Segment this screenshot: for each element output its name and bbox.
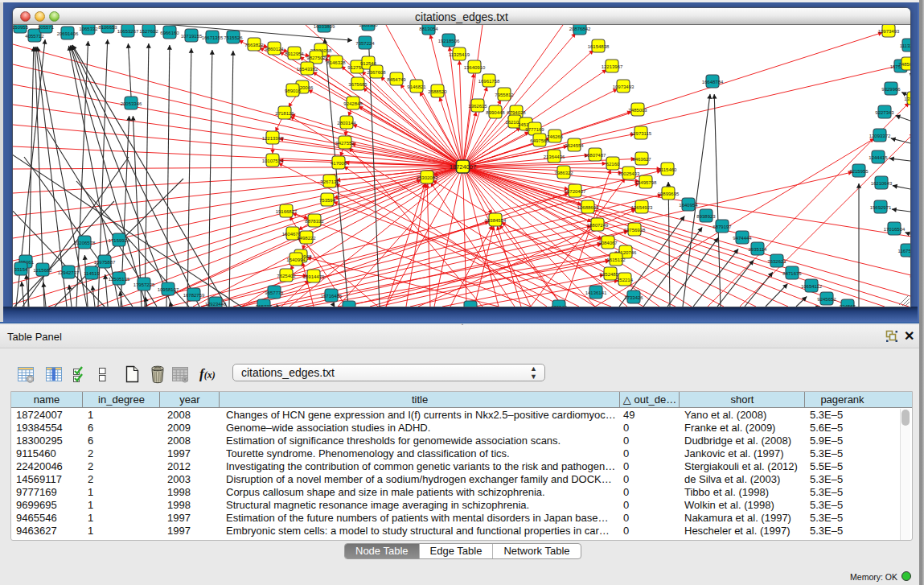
svg-text:14136141: 14136141 — [585, 290, 607, 295]
svg-text:1065332: 1065332 — [79, 27, 98, 31]
svg-text:150955: 150955 — [13, 25, 29, 30]
svg-text:2367608: 2367608 — [367, 70, 386, 75]
svg-text:15692971: 15692971 — [870, 205, 892, 210]
svg-text:8215955: 8215955 — [849, 169, 869, 174]
svg-text:10719155: 10719155 — [181, 34, 203, 39]
svg-text:7625402: 7625402 — [277, 274, 296, 278]
svg-text:7955812: 7955812 — [495, 93, 514, 97]
svg-text:1640954: 1640954 — [679, 203, 698, 208]
svg-text:10899695: 10899695 — [658, 192, 680, 196]
svg-text:7485003: 7485003 — [628, 108, 647, 113]
svg-text:4055712: 4055712 — [25, 34, 44, 39]
svg-text:19218506: 19218506 — [438, 39, 460, 43]
svg-text:7986322: 7986322 — [554, 171, 573, 175]
svg-text:9115460: 9115460 — [659, 167, 678, 172]
svg-text:9657771: 9657771 — [265, 290, 284, 295]
svg-text:16914479: 16914479 — [303, 274, 325, 279]
svg-text:9498222: 9498222 — [297, 236, 316, 241]
svg-text:2935114: 2935114 — [749, 247, 768, 252]
svg-text:1733426: 1733426 — [624, 295, 643, 300]
svg-text:746266: 746266 — [547, 134, 564, 139]
svg-text:753594: 753594 — [319, 198, 336, 203]
svg-text:2718126: 2718126 — [275, 111, 294, 116]
svg-text:18807249: 18807249 — [587, 223, 609, 228]
svg-text:8471676: 8471676 — [782, 271, 802, 276]
svg-text:7515526: 7515526 — [224, 35, 243, 40]
svg-text:11325419: 11325419 — [449, 52, 470, 57]
svg-text:16543382: 16543382 — [297, 67, 318, 72]
svg-text:9227343: 9227343 — [875, 110, 894, 115]
svg-text:6879197: 6879197 — [713, 225, 732, 229]
svg-text:1215682: 1215682 — [33, 268, 52, 273]
svg-text:9146821: 9146821 — [407, 84, 426, 89]
svg-text:12973115: 12973115 — [630, 131, 652, 136]
svg-text:8912954: 8912954 — [285, 51, 304, 56]
svg-text:157164: 157164 — [462, 306, 479, 307]
svg-text:10107534: 10107534 — [262, 159, 284, 163]
svg-text:10653267: 10653267 — [117, 29, 139, 34]
svg-text:7357224: 7357224 — [355, 41, 375, 46]
svg-text:965777: 965777 — [256, 304, 273, 307]
svg-text:7663822: 7663822 — [244, 43, 264, 47]
svg-text:1167539: 1167539 — [898, 249, 910, 253]
svg-text:12213967: 12213967 — [602, 64, 623, 69]
svg-text:20876842: 20876842 — [569, 27, 591, 31]
svg-text:2588520: 2588520 — [428, 89, 447, 94]
svg-text:20053346: 20053346 — [121, 101, 142, 106]
svg-text:10807487: 10807487 — [585, 153, 606, 158]
svg-text:25302083: 25302083 — [417, 175, 438, 180]
svg-text:1113254: 1113254 — [900, 43, 910, 48]
svg-text:9084067: 9084067 — [598, 241, 618, 245]
svg-text:16033809: 16033809 — [314, 25, 335, 29]
svg-text:17957225: 17957225 — [133, 282, 155, 287]
svg-text:12505135: 12505135 — [109, 277, 130, 282]
svg-text:12923448: 12923448 — [205, 302, 227, 307]
svg-text:33154: 33154 — [14, 267, 28, 272]
svg-text:16961758: 16961758 — [478, 79, 500, 84]
svg-text:13654923: 13654923 — [631, 205, 653, 210]
svg-text:20206578: 20206578 — [74, 241, 96, 245]
svg-text:9329966: 9329966 — [881, 87, 901, 92]
svg-text:6794028: 6794028 — [507, 110, 526, 115]
svg-text:8106653: 8106653 — [98, 25, 117, 30]
svg-text:989016: 989016 — [285, 89, 302, 93]
svg-text:114519: 114519 — [84, 271, 100, 276]
svg-text:9242848: 9242848 — [343, 101, 363, 106]
svg-text:417006: 417006 — [331, 161, 347, 166]
svg-text:19166827: 19166827 — [276, 209, 298, 214]
svg-text:17016504: 17016504 — [884, 227, 906, 232]
svg-text:8878332: 8878332 — [305, 219, 324, 224]
svg-text:1540994: 1540994 — [286, 257, 306, 262]
svg-text:6966160: 6966160 — [160, 31, 179, 35]
svg-text:173342: 173342 — [551, 305, 568, 307]
svg-text:12942737: 12942737 — [58, 270, 80, 275]
svg-text:18724007: 18724007 — [450, 163, 476, 171]
svg-text:9245652: 9245652 — [817, 297, 836, 302]
svg-text:7632621: 7632621 — [767, 259, 786, 264]
svg-text:16154838: 16154838 — [588, 44, 610, 49]
svg-text:205571: 205571 — [38, 25, 55, 30]
svg-text:8990448: 8990448 — [486, 110, 505, 115]
svg-text:1244415: 1244415 — [869, 155, 888, 160]
svg-text:1527602: 1527602 — [139, 29, 158, 34]
svg-text:21364436: 21364436 — [544, 154, 565, 159]
svg-text:15716485: 15716485 — [321, 294, 343, 299]
svg-text:9463627: 9463627 — [632, 157, 651, 162]
svg-text:9427552: 9427552 — [335, 141, 355, 146]
svg-text:16782759: 16782759 — [183, 293, 205, 298]
svg-text:2803144: 2803144 — [337, 121, 356, 126]
svg-text:1603380: 1603380 — [359, 25, 378, 27]
svg-text:10975887: 10975887 — [94, 260, 116, 265]
svg-text:7485003: 7485003 — [898, 62, 910, 67]
svg-text:8146328: 8146328 — [326, 60, 346, 65]
svg-text:10654112: 10654112 — [801, 284, 823, 289]
svg-text:10958107: 10958107 — [158, 287, 179, 292]
svg-text:9777169: 9777169 — [525, 127, 544, 132]
svg-text:16648784: 16648784 — [702, 80, 724, 84]
svg-text:3267130: 3267130 — [320, 179, 339, 184]
svg-text:9474444: 9474444 — [733, 236, 752, 241]
svg-text:157164: 157164 — [341, 306, 358, 307]
svg-text:10973493: 10973493 — [878, 29, 900, 34]
svg-text:252214: 252214 — [617, 278, 634, 282]
svg-text:9827502: 9827502 — [306, 56, 326, 60]
